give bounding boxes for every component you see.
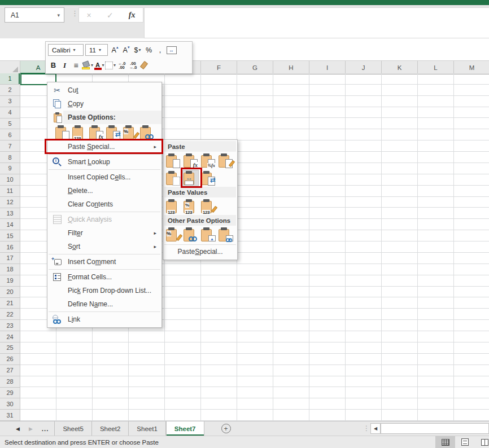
paste-option-formulas-icon[interactable]: fx [89,125,104,140]
paste-option-formulas-number-formatting-icon[interactable]: %fx [200,153,216,168]
row-header-9[interactable]: 9 [0,163,20,174]
row-header-24[interactable]: 24 [0,331,20,342]
menu-item-copy[interactable]: Copy [47,97,161,111]
paste-option-paste-link-icon[interactable] [139,125,155,140]
sheet-tab-sheet5[interactable]: Sheet5 [54,421,91,436]
chevron-down-icon[interactable]: ▾ [73,47,76,52]
italic-button[interactable]: I [59,59,70,71]
name-box[interactable]: A1 ▾ [5,7,64,23]
increase-decimal-button[interactable]: .00→.0 [128,59,138,71]
font-size-combo[interactable]: 11 ▾ [85,44,108,56]
sheet-tab-sheet7[interactable]: Sheet7 [166,421,204,436]
paste-option-values-number-formatting-icon[interactable]: %123 [183,199,198,214]
row-header-31[interactable]: 31 [0,410,20,421]
row-header-8[interactable]: 8 [0,152,20,163]
menu-item-paste-special-dialog[interactable]: Paste Special... [164,244,236,258]
bold-button[interactable]: B [48,59,59,71]
cancel-icon[interactable]: × [87,11,91,20]
decrease-decimal-button[interactable]: ←.0.00 [116,59,127,71]
increase-font-size-button[interactable]: A▴ [110,44,120,56]
paste-option-values-source-formatting-icon[interactable]: 123 [200,199,216,214]
menu-item-smart-lookup[interactable]: iSmart Lookup [47,155,161,169]
column-header-l[interactable]: L [418,61,454,74]
paste-option-values-icon[interactable]: 123 [72,125,87,140]
page-break-view-button[interactable] [475,436,489,448]
row-header-5[interactable]: 5 [0,118,20,130]
row-header-11[interactable]: 11 [0,186,20,197]
merge-center-button[interactable]: ↔ [166,44,177,56]
menu-item-define-name[interactable]: Define Name... [47,297,161,311]
menu-item-paste-special[interactable]: Paste Special...▸ [47,140,161,153]
row-header-6[interactable]: 6 [0,129,20,140]
row-header-18[interactable]: 18 [0,264,20,275]
column-header-i[interactable]: I [309,61,346,74]
insert-function-icon[interactable]: fx [129,11,136,20]
paste-option-keep-source-column-widths-icon[interactable]: ↔ [183,170,198,186]
menu-item-paste-options[interactable]: Paste Options: [47,111,161,124]
paste-option-paste-icon[interactable] [55,125,70,140]
normal-view-button[interactable] [435,436,455,448]
chevron-down-icon[interactable]: ▾ [102,63,104,68]
row-header-22[interactable]: 22 [0,309,20,320]
row-header-10[interactable]: 10 [0,174,20,186]
new-sheet-button[interactable]: + [221,424,231,433]
menu-item-link[interactable]: Link [47,313,161,326]
row-header-15[interactable]: 15 [0,230,20,241]
sheet-tab-sheet1[interactable]: Sheet1 [129,421,165,436]
chevron-down-icon[interactable]: ▾ [57,12,64,18]
font-color-button[interactable]: A▾ [94,59,104,71]
horizontal-scrollbar[interactable]: ◀ [370,423,489,434]
row-header-7[interactable]: 7 [0,140,20,152]
paste-option-formatting-icon[interactable]: % [165,227,181,242]
menu-item-insert-comment[interactable]: +Insert Comment [47,255,161,269]
borders-button[interactable]: ▾ [105,59,116,71]
row-header-19[interactable]: 19 [0,275,20,287]
comma-style-button[interactable]: , [155,44,165,56]
chevron-down-icon[interactable]: ▾ [91,63,93,68]
accounting-format-button[interactable]: $▾ [132,44,143,56]
row-header-20[interactable]: 20 [0,287,20,298]
row-header-4[interactable]: 4 [0,107,20,118]
column-header-f[interactable]: F [201,61,237,74]
enter-icon[interactable]: ✓ [107,11,113,20]
paste-option-linked-picture-icon[interactable]: ▲ [218,227,233,242]
row-header-23[interactable]: 23 [0,320,20,331]
format-painter-button[interactable] [139,59,150,71]
prev-sheet-icon[interactable]: ◀ [16,426,20,432]
column-header-m[interactable]: M [454,61,489,74]
decrease-font-size-button[interactable]: A▾ [121,44,132,56]
row-header-2[interactable]: 2 [0,85,20,96]
paste-option-paste-link-icon[interactable] [183,227,198,242]
row-header-17[interactable]: 17 [0,253,20,264]
row-header-13[interactable]: 13 [0,208,20,219]
row-header-12[interactable]: 12 [0,197,20,208]
chevron-down-icon[interactable]: ▾ [113,63,116,68]
row-header-3[interactable]: 3 [0,96,20,107]
row-header-28[interactable]: 28 [0,376,20,388]
paste-option-transpose-icon[interactable]: ⇄ [106,125,121,140]
menu-item-quick-analysis[interactable]: Quick Analysis [47,213,161,226]
sheet-tab-sheet2[interactable]: Sheet2 [92,421,129,436]
menu-item-clear-contents[interactable]: Clear Contents [47,197,161,211]
chevron-down-icon[interactable]: ▾ [99,47,101,52]
column-header-k[interactable]: K [382,61,418,74]
page-layout-view-button[interactable] [455,436,475,448]
paste-option-values-icon[interactable]: 123 [165,199,181,214]
row-header-25[interactable]: 25 [0,342,20,354]
row-header-21[interactable]: 21 [0,298,20,309]
fill-color-button[interactable]: ▾ [82,59,93,71]
menu-item-format-cells[interactable]: Format Cells... [47,270,161,284]
menu-item-insert-copied-cells[interactable]: Insert Copied Cells... [47,170,161,184]
row-header-14[interactable]: 14 [0,219,20,230]
row-header-16[interactable]: 16 [0,241,20,253]
menu-item-filter[interactable]: Filter▸ [47,226,161,240]
paste-option-picture-icon[interactable]: ▲ [200,227,216,242]
row-header-26[interactable]: 26 [0,354,20,365]
scroll-left-icon[interactable]: ◀ [370,423,381,434]
select-all-button[interactable] [0,61,20,74]
column-header-g[interactable]: G [237,61,273,74]
formula-bar-input[interactable] [144,7,489,38]
row-header-1[interactable]: 1 [0,73,20,85]
menu-item-sort[interactable]: Sort▸ [47,240,161,253]
paste-option-paste-icon[interactable] [165,153,181,168]
